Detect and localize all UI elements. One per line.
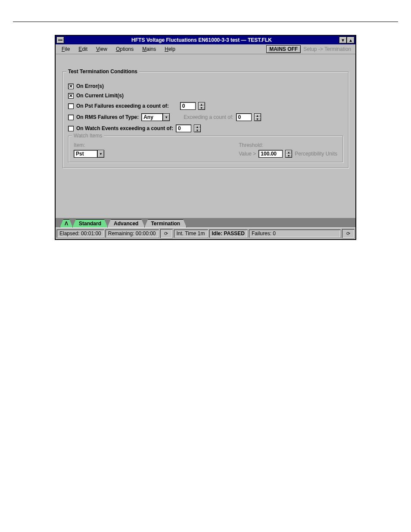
row-on-errors: On Error(s)	[68, 83, 343, 89]
chevron-down-icon[interactable]: ▼	[97, 150, 104, 158]
status-idle: Idle: PASSED	[209, 229, 248, 238]
rms-type-field[interactable]: Any	[141, 113, 163, 121]
pst-count-spinner[interactable]: ▲▼	[198, 102, 205, 110]
system-menu-icon[interactable]	[56, 37, 64, 44]
rms-count-field[interactable]: 0	[236, 113, 252, 121]
app-window: HFTS Voltage Fluctuations EN61000-3-3 te…	[55, 35, 356, 240]
minimize-button[interactable]: ▼	[339, 37, 347, 44]
menu-bar: File Edit View Options Mains Help MAINS …	[56, 44, 355, 54]
chevron-down-icon[interactable]: ▼	[163, 113, 170, 121]
watch-count-field[interactable]: 0	[176, 124, 191, 132]
refresh-icon[interactable]: ⟳	[342, 229, 355, 238]
pst-count-field[interactable]: 0	[180, 102, 196, 110]
value-prefix: Value >	[239, 151, 256, 157]
status-elapsed: Elapsed: 00:01:00	[56, 229, 104, 238]
group-title: Test Termination Conditions	[66, 68, 139, 75]
rule-top	[13, 22, 398, 22]
row-on-pst: On Pst Failures exceeding a count of: 0 …	[68, 102, 343, 110]
menu-edit[interactable]: Edit	[74, 45, 92, 53]
row-on-watch: On Watch Events exceeding a count of: 0 …	[68, 124, 343, 132]
termination-conditions-group: Test Termination Conditions On Error(s) …	[62, 72, 349, 168]
refresh-icon[interactable]: ⟳	[160, 229, 173, 238]
watch-item-field[interactable]: Pst	[74, 150, 97, 158]
breadcrumb: Setup -> Termination	[301, 45, 354, 53]
checkbox-on-rms[interactable]	[68, 115, 74, 120]
window-title: HFTS Voltage Fluctuations EN61000-3-3 te…	[64, 37, 339, 43]
mains-status-button[interactable]: MAINS OFF	[266, 45, 301, 53]
threshold-spinner[interactable]: ▲▼	[285, 150, 292, 158]
client-area: Test Termination Conditions On Error(s) …	[56, 54, 355, 218]
rms-type-combo[interactable]: Any ▼	[141, 113, 170, 121]
menu-file[interactable]: File	[57, 45, 74, 53]
watch-title: Watch Items	[72, 133, 104, 139]
threshold-field[interactable]: 100.00	[258, 150, 283, 158]
threshold-units: Perceptibility Units	[295, 151, 337, 157]
row-on-rms: On RMS Failures of Type: Any ▼ Exceeding…	[68, 113, 343, 121]
tab-strip: Λ Standard Advanced Termination	[56, 218, 355, 227]
checkbox-on-pst[interactable]	[68, 103, 74, 109]
status-bar: Elapsed: 00:01:00 Remaining: 00:00:00 ⟳ …	[56, 227, 355, 239]
title-bar: HFTS Voltage Fluctuations EN61000-3-3 te…	[56, 36, 355, 44]
status-failures: Failures: 0	[249, 229, 341, 238]
checkbox-on-errors[interactable]	[68, 84, 74, 89]
tab-standard[interactable]: Standard	[72, 219, 108, 227]
menu-view[interactable]: View	[92, 45, 112, 53]
maximize-button[interactable]: ▲	[347, 37, 355, 44]
watch-item-combo[interactable]: Pst ▼	[74, 150, 104, 158]
status-int-time: Int. Time 1m	[174, 229, 208, 238]
watch-items-group: Watch Items Item: Pst ▼ Threshold:	[68, 136, 343, 162]
tab-advanced[interactable]: Advanced	[107, 219, 145, 227]
tab-lambda[interactable]: Λ	[60, 219, 73, 227]
menu-mains[interactable]: Mains	[138, 45, 160, 53]
row-on-current-limits: On Current Limit(s)	[68, 93, 343, 99]
watch-count-spinner[interactable]: ▲▼	[194, 124, 201, 132]
menu-help[interactable]: Help	[160, 45, 180, 53]
rms-exceed-label: Exceeding a count of:	[184, 114, 233, 120]
tab-termination[interactable]: Termination	[144, 219, 187, 227]
menu-options[interactable]: Options	[112, 45, 138, 53]
status-remaining: Remaining: 00:00:00	[105, 229, 159, 238]
checkbox-on-current-limits[interactable]	[68, 93, 74, 99]
checkbox-on-watch[interactable]	[68, 126, 74, 131]
rms-count-spinner[interactable]: ▲▼	[254, 113, 261, 121]
